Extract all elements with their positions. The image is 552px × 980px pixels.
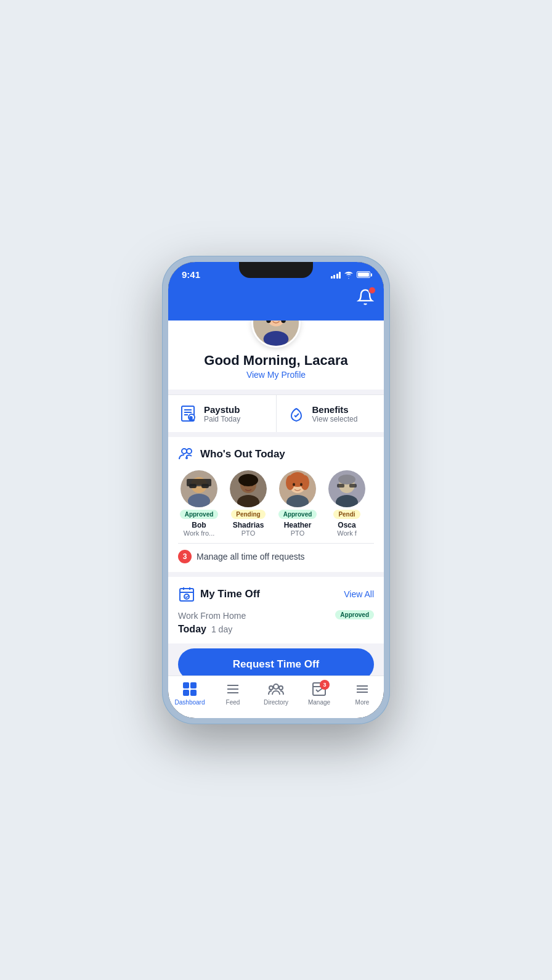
whos-out-title: Who's Out Today bbox=[200, 448, 285, 460]
greeting-text: Good Morning, Lacara bbox=[204, 353, 347, 369]
time-off-title: My Time Off bbox=[200, 588, 260, 600]
person-shadrias[interactable]: Pending Shadrias PTO bbox=[227, 470, 269, 537]
whos-out-icon bbox=[178, 446, 195, 463]
svg-rect-50 bbox=[183, 682, 189, 688]
benefits-title: Benefits bbox=[312, 404, 358, 415]
time-off-date: Today bbox=[178, 624, 206, 635]
notification-button[interactable] bbox=[357, 288, 374, 308]
directory-label: Directory bbox=[264, 699, 288, 706]
dashboard-icon bbox=[182, 681, 198, 697]
oscar-name: Osca bbox=[338, 521, 355, 529]
paystub-text: Paystub Paid Today bbox=[204, 404, 240, 423]
more-label: More bbox=[355, 699, 370, 706]
more-icon bbox=[354, 681, 370, 697]
shadrias-name: Shadrias bbox=[233, 521, 264, 529]
nav-item-dashboard[interactable]: Dashboard bbox=[168, 681, 211, 706]
manage-badge: 3 bbox=[320, 680, 330, 690]
svg-point-16 bbox=[187, 449, 192, 454]
heather-type: PTO bbox=[291, 529, 304, 537]
svg-rect-43 bbox=[337, 484, 344, 488]
svg-point-17 bbox=[186, 457, 187, 459]
whos-out-section: Who's Out Today bbox=[168, 437, 384, 572]
svg-point-29 bbox=[243, 483, 246, 486]
svg-rect-52 bbox=[183, 690, 189, 696]
heather-name: Heather bbox=[284, 521, 312, 529]
svg-rect-23 bbox=[201, 484, 209, 488]
view-profile-link[interactable]: View My Profile bbox=[246, 370, 306, 380]
svg-point-57 bbox=[274, 684, 278, 689]
person-bob[interactable]: Approved Bob Work fro... bbox=[178, 470, 220, 537]
paystub-subtitle: Paid Today bbox=[204, 415, 240, 423]
manage-requests-row[interactable]: 3 Manage all time off requests bbox=[178, 543, 374, 563]
svg-point-59 bbox=[279, 686, 283, 690]
svg-rect-51 bbox=[190, 682, 197, 688]
svg-point-58 bbox=[269, 686, 273, 690]
svg-rect-53 bbox=[190, 690, 197, 696]
directory-icon bbox=[268, 681, 284, 697]
dashboard-label: Dashboard bbox=[175, 699, 205, 706]
phone-screen: 9:41 bbox=[168, 262, 384, 718]
svg-point-36 bbox=[301, 475, 309, 490]
wifi-icon bbox=[344, 270, 354, 280]
nav-item-feed[interactable]: Feed bbox=[211, 681, 254, 706]
bob-name: Bob bbox=[192, 521, 206, 529]
bob-status-badge: Approved bbox=[180, 510, 219, 519]
person-oscar-avatar bbox=[328, 470, 365, 507]
time-off-date-row: Today 1 day bbox=[178, 624, 374, 635]
svg-point-28 bbox=[238, 474, 258, 486]
signal-icon bbox=[331, 271, 341, 279]
whos-out-header: Who's Out Today bbox=[178, 446, 374, 463]
svg-point-38 bbox=[300, 483, 302, 486]
manage-requests-text: Manage all time off requests bbox=[197, 552, 305, 561]
oscar-status-badge: Pendi bbox=[333, 510, 360, 519]
status-icons bbox=[331, 270, 371, 280]
person-oscar[interactable]: Pendi Osca Work f bbox=[326, 470, 368, 537]
paystub-title: Paystub bbox=[204, 404, 240, 415]
oscar-type: Work f bbox=[337, 529, 357, 537]
request-time-off-button[interactable]: Request Time Off bbox=[178, 648, 374, 676]
shadrias-type: PTO bbox=[242, 529, 255, 537]
nav-item-more[interactable]: More bbox=[341, 681, 384, 706]
nav-item-directory[interactable]: Directory bbox=[254, 681, 298, 706]
time-off-status-badge: Approved bbox=[335, 610, 374, 619]
nav-item-manage[interactable]: 3 Manage bbox=[298, 681, 341, 706]
person-heather[interactable]: Approved Heather PTO bbox=[277, 470, 319, 537]
my-time-off-section: My Time Off View All Work From Home Appr… bbox=[168, 577, 384, 643]
benefits-icon bbox=[286, 404, 306, 423]
manage-label: Manage bbox=[308, 699, 330, 706]
svg-point-30 bbox=[251, 483, 253, 486]
battery-icon bbox=[357, 271, 370, 278]
phone-inner: 9:41 bbox=[168, 262, 384, 718]
benefits-action[interactable]: Benefits View selected bbox=[277, 395, 384, 432]
svg-point-49 bbox=[184, 594, 189, 599]
bottom-navigation: Dashboard Feed bbox=[168, 676, 384, 718]
svg-rect-22 bbox=[189, 484, 197, 488]
paystub-action[interactable]: $ Paystub Paid Today bbox=[168, 395, 277, 432]
view-all-link[interactable]: View All bbox=[344, 589, 374, 599]
person-shadrias-avatar bbox=[230, 470, 267, 507]
person-bob-avatar bbox=[181, 470, 217, 507]
notch bbox=[239, 262, 313, 278]
heather-status-badge: Approved bbox=[278, 510, 317, 519]
time-off-title-wrap: My Time Off bbox=[178, 586, 260, 603]
phone-frame: 9:41 bbox=[162, 256, 390, 724]
bob-type: Work fro... bbox=[184, 529, 215, 537]
time-off-duration: 1 day bbox=[211, 624, 232, 634]
time-off-header: My Time Off View All bbox=[178, 586, 374, 603]
svg-point-42 bbox=[338, 475, 355, 484]
svg-point-35 bbox=[286, 475, 294, 490]
time-off-icon bbox=[178, 586, 195, 603]
feed-icon bbox=[225, 681, 241, 697]
whos-out-list: Approved Bob Work fro... bbox=[178, 470, 374, 537]
feed-label: Feed bbox=[226, 699, 240, 706]
time-off-type-row: Work From Home Approved bbox=[178, 610, 374, 621]
svg-point-15 bbox=[182, 449, 187, 454]
notification-badge bbox=[368, 287, 376, 294]
paystub-icon: $ bbox=[178, 404, 198, 423]
status-time: 9:41 bbox=[182, 269, 200, 280]
whos-out-title-wrap: Who's Out Today bbox=[178, 446, 285, 463]
svg-point-37 bbox=[293, 483, 295, 486]
benefits-subtitle: View selected bbox=[312, 415, 358, 423]
profile-section: Good Morning, Lacara View My Profile bbox=[168, 321, 384, 390]
time-off-type-label: Work From Home bbox=[178, 611, 246, 621]
